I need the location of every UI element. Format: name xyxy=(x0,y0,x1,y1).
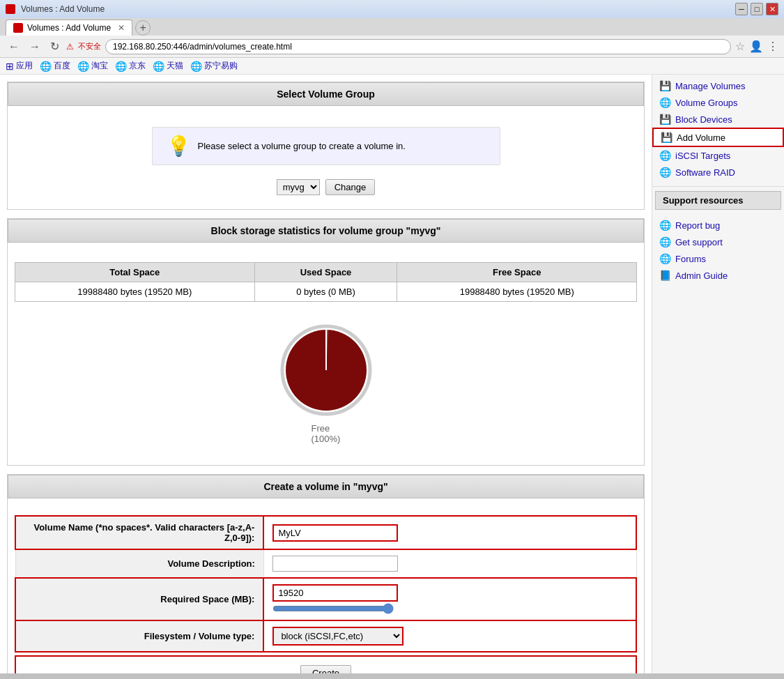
sidebar-item-get-support-label: Get support xyxy=(675,237,723,247)
sidebar-item-get-support[interactable]: 🌐 Get support xyxy=(652,234,784,250)
sidebar-item-forums[interactable]: 🌐 Forums xyxy=(652,250,784,267)
software-raid-icon: 🌐 xyxy=(659,167,671,178)
filesystem-select[interactable]: block (iSCSI,FC,etc) ext2 ext3 ext4 xyxy=(272,627,403,646)
sidebar-item-manage-volumes-label: Manage Volumes xyxy=(675,81,745,91)
info-text: Please select a volume group to create a… xyxy=(198,141,406,151)
used-space-value: 0 bytes (0 MB) xyxy=(254,282,397,302)
sidebar-item-report-bug-label: Report bug xyxy=(675,220,720,231)
sidebar-item-report-bug[interactable]: 🌐 Report bug xyxy=(652,217,784,234)
forward-button[interactable]: → xyxy=(26,39,43,54)
sidebar-item-forums-label: Forums xyxy=(675,254,706,264)
sidebar-item-admin-guide-label: Admin Guide xyxy=(675,270,728,281)
sidebar-item-add-volume[interactable]: 💾 Add Volume xyxy=(652,128,784,147)
stats-table: Total Space Used Space Free Space 199884… xyxy=(15,262,637,302)
iscsi-targets-icon: 🌐 xyxy=(659,150,671,161)
select-vg-header: Select Volume Group xyxy=(8,82,644,106)
required-space-controls xyxy=(272,584,627,614)
total-space-header: Total Space xyxy=(15,263,255,282)
sidebar-item-software-raid-label: Software RAID xyxy=(675,167,735,178)
sidebar-item-iscsi-targets[interactable]: 🌐 iSCSI Targets xyxy=(652,147,784,164)
sidebar: 💾 Manage Volumes 🌐 Volume Groups 💾 Block… xyxy=(652,75,784,673)
sidebar-divider xyxy=(652,186,784,187)
refresh-button[interactable]: ↻ xyxy=(47,38,62,54)
bookmark-button[interactable]: ☆ xyxy=(735,40,745,53)
required-space-slider[interactable] xyxy=(272,603,394,614)
page-layout: Select Volume Group 💡 Please select a vo… xyxy=(0,75,784,673)
volume-name-row: Volume Name (*no spaces*. Valid characte… xyxy=(15,516,636,549)
stats-header: Block storage statistics for volume grou… xyxy=(8,219,644,243)
bookmark-suning[interactable]: 🌐 苏宁易购 xyxy=(190,60,238,72)
required-space-label: Required Space (MB): xyxy=(15,578,263,620)
change-button[interactable]: Change xyxy=(325,179,376,195)
browser-menu-button[interactable]: ⋮ xyxy=(767,40,778,53)
title-bar: Volumes : Add Volume ─ □ ✕ xyxy=(0,0,784,18)
sidebar-item-admin-guide[interactable]: 📘 Admin Guide xyxy=(652,267,784,284)
window-title: Volumes : Add Volume xyxy=(21,4,105,14)
close-button[interactable]: ✕ xyxy=(766,3,778,15)
volume-groups-icon: 🌐 xyxy=(659,97,671,108)
required-space-input[interactable] xyxy=(272,584,398,602)
sidebar-item-iscsi-targets-label: iSCSI Targets xyxy=(675,151,730,161)
tab-bar: Volumes : Add Volume ✕ + xyxy=(0,18,784,36)
maximize-button[interactable]: □ xyxy=(751,3,763,15)
pie-chart-container: Free (100%) xyxy=(15,307,637,458)
info-box: 💡 Please select a volume group to create… xyxy=(152,127,500,165)
sidebar-nav: 💾 Manage Volumes 🌐 Volume Groups 💾 Block… xyxy=(652,75,784,183)
volume-desc-cell xyxy=(263,549,636,578)
pie-label: Free (100%) xyxy=(312,423,341,444)
volume-name-cell xyxy=(263,516,636,549)
main-content: Select Volume Group 💡 Please select a vo… xyxy=(0,75,652,673)
bookmark-apps[interactable]: ⊞ 应用 xyxy=(6,60,33,72)
security-warning-icon: ⚠ xyxy=(66,42,74,52)
manage-volumes-icon: 💾 xyxy=(659,80,671,91)
create-volume-header: Create a volume in "myvg" xyxy=(8,475,644,498)
sidebar-item-add-volume-label: Add Volume xyxy=(677,132,725,143)
bookmark-baidu[interactable]: 🌐 百度 xyxy=(40,60,70,72)
add-volume-icon: 💾 xyxy=(661,132,672,143)
sidebar-item-software-raid[interactable]: 🌐 Software RAID xyxy=(652,164,784,181)
filesystem-label: Filesystem / Volume type: xyxy=(15,620,263,652)
bookmark-jd[interactable]: 🌐 京东 xyxy=(115,60,146,72)
sidebar-item-block-devices[interactable]: 💾 Block Devices xyxy=(652,111,784,128)
profile-button[interactable]: 👤 xyxy=(749,40,763,53)
nav-bar: ← → ↻ ⚠ 不安全 ☆ 👤 ⋮ xyxy=(0,36,784,58)
tab-close-button[interactable]: ✕ xyxy=(118,23,125,33)
active-tab[interactable]: Volumes : Add Volume ✕ xyxy=(6,20,132,36)
insecure-label: 不安全 xyxy=(78,41,101,52)
volume-name-label: Volume Name (*no spaces*. Valid characte… xyxy=(15,516,263,549)
lightbulb-icon: 💡 xyxy=(167,135,191,158)
sidebar-item-volume-groups[interactable]: 🌐 Volume Groups xyxy=(652,94,784,111)
back-button[interactable]: ← xyxy=(6,39,22,54)
create-button[interactable]: Create xyxy=(300,665,351,673)
tab-label: Volumes : Add Volume xyxy=(27,23,111,33)
tab-favicon xyxy=(13,23,23,33)
total-space-value: 19988480 bytes (19520 MB) xyxy=(15,282,255,302)
free-space-value: 19988480 bytes (19520 MB) xyxy=(397,282,637,302)
forums-icon: 🌐 xyxy=(659,253,671,264)
stats-section: Block storage statistics for volume grou… xyxy=(7,218,645,466)
url-input[interactable] xyxy=(105,39,731,54)
sidebar-support: 🌐 Report bug 🌐 Get support 🌐 Forums 📘 Ad… xyxy=(652,214,784,287)
minimize-button[interactable]: ─ xyxy=(735,3,748,15)
bookmarks-bar: ⊞ 应用 🌐 百度 🌐 淘宝 🌐 京东 🌐 天猫 🌐 苏宁易购 xyxy=(0,58,784,75)
sidebar-item-manage-volumes[interactable]: 💾 Manage Volumes xyxy=(652,77,784,94)
get-support-icon: 🌐 xyxy=(659,236,671,247)
required-space-row: Required Space (MB): xyxy=(15,578,636,620)
create-volume-form: Volume Name (*no spaces*. Valid characte… xyxy=(15,515,637,653)
volume-desc-row: Volume Description: xyxy=(15,549,636,578)
filesystem-row: Filesystem / Volume type: block (iSCSI,F… xyxy=(15,620,636,652)
volume-desc-label: Volume Description: xyxy=(15,549,263,578)
bookmark-taobao[interactable]: 🌐 淘宝 xyxy=(77,60,108,72)
new-tab-button[interactable]: + xyxy=(135,20,151,36)
create-volume-section: Create a volume in "myvg" Volume Name (*… xyxy=(7,474,645,673)
volume-desc-input[interactable] xyxy=(272,556,398,572)
select-volume-group-section: Select Volume Group 💡 Please select a vo… xyxy=(7,82,645,210)
bookmark-tianmao[interactable]: 🌐 天猫 xyxy=(153,60,183,72)
used-space-header: Used Space xyxy=(254,263,397,282)
create-button-row: Create xyxy=(15,655,637,673)
volume-name-input[interactable] xyxy=(272,524,398,542)
required-space-cell xyxy=(263,578,636,620)
report-bug-icon: 🌐 xyxy=(659,220,671,231)
vg-select[interactable]: myvg xyxy=(277,179,320,195)
sidebar-item-block-devices-label: Block Devices xyxy=(675,114,732,125)
